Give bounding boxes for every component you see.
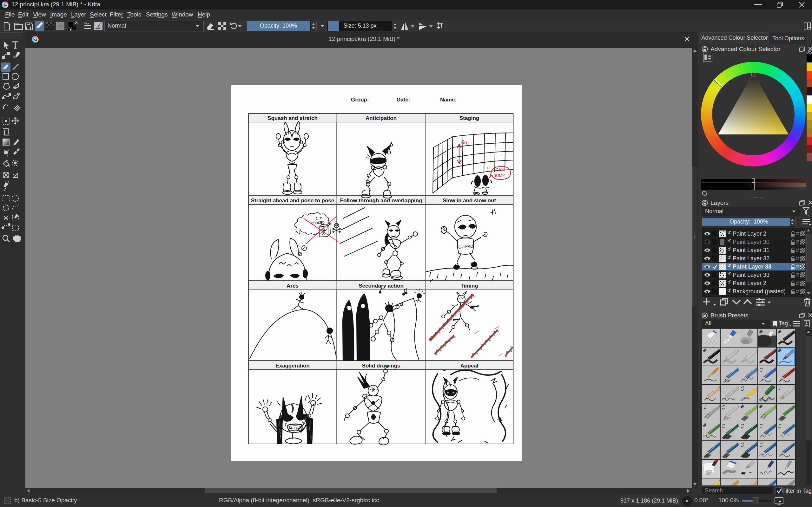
svg-text:Straight ahead and pose to pos: Straight ahead and pose to pose xyxy=(251,198,335,204)
svg-text:!!: !! xyxy=(487,166,490,171)
svg-text:Follow through and overlapping: Follow through and overlapping xyxy=(340,198,422,204)
svg-text:Anticipation: Anticipation xyxy=(365,115,397,121)
svg-text:6m: 6m xyxy=(461,139,469,146)
svg-text:Slow in and slow out: Slow in and slow out xyxy=(443,198,496,204)
svg-text:JUMP: JUMP xyxy=(494,173,505,178)
svg-text:Squash and stretch: Squash and stretch xyxy=(267,115,318,121)
svg-text:I'M: I'M xyxy=(315,216,322,221)
svg-text:Arcs: Arcs xyxy=(287,283,299,289)
svg-text:Staging: Staging xyxy=(459,115,479,121)
svg-text:I CAN: I CAN xyxy=(493,167,505,172)
svg-text:Timing: Timing xyxy=(460,283,478,289)
svg-text:Appeal: Appeal xyxy=(460,363,478,369)
svg-text:Exaggeration: Exaggeration xyxy=(275,363,310,369)
svg-text:Solid drawings: Solid drawings xyxy=(362,363,400,369)
svg-text:GUARD: GUARD xyxy=(458,244,473,249)
